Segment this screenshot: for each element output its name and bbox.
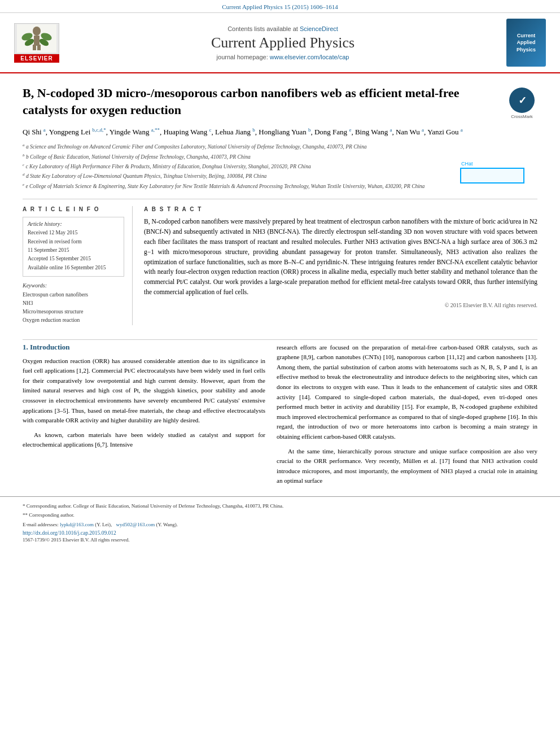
article-title: B, N-codoped 3D micro-/mesoporous carbon… (23, 85, 498, 118)
elsevier-logo: ELSEVIER (11, 23, 62, 63)
email-2-owner: (Y. Wang). (156, 522, 178, 527)
elsevier-wordmark: ELSEVIER (14, 54, 59, 63)
article-title-section: B, N-codoped 3D micro-/mesoporous carbon… (23, 85, 537, 119)
email-label: E-mail addresses: (23, 522, 59, 527)
article-content: B, N-codoped 3D micro-/mesoporous carbon… (0, 73, 560, 337)
footer-note-1: * Corresponding author. College of Basic… (23, 503, 537, 510)
affiliation-a: a a Science and Technology on Advanced C… (23, 143, 537, 151)
page: Current Applied Physics 15 (2015) 1606–1… (0, 0, 560, 747)
keyword-2: NH3 (23, 299, 124, 308)
svg-rect-5 (33, 45, 36, 50)
history-label: Article history: (28, 221, 119, 227)
keywords-list: Electrospun carbon nanofibers NH3 Micro/… (23, 291, 124, 325)
homepage-link[interactable]: www.elsevier.com/locate/cap (270, 54, 349, 60)
intro-paragraph-1: Oxygen reduction reaction (ORR) has arou… (23, 356, 265, 426)
keywords-label: Keywords: (23, 282, 124, 289)
journal-citation-bar: Current Applied Physics 15 (2015) 1606–1… (0, 0, 560, 13)
received-revised-label: Received in revised form (28, 238, 119, 246)
elsevier-tree-image (14, 23, 59, 54)
cap-logo-right: Current Applied Physics (504, 19, 549, 67)
issn-text: 1567-1739/© 2015 Elsevier B.V. All right… (23, 537, 537, 543)
authors-line: Qi Shi a, Yongpeng Lei b,c,d,*, Yingde W… (23, 126, 537, 138)
introduction-heading: 1. Introduction (23, 343, 265, 352)
article-info-label: A R T I C L E I N F O (23, 206, 124, 212)
affiliation-d: d d State Key Laboratory of Low-Dimensio… (23, 172, 537, 180)
intro-paragraph-3: research efforts are focused on the prep… (277, 343, 537, 442)
abstract-text: B, N-codoped carbon nanofibers were mass… (144, 217, 537, 298)
article-info-abstract-section: A R T I C L E I N F O Article history: R… (23, 199, 537, 325)
cap-logo-line1: Current (517, 33, 536, 38)
body-left-column: 1. Introduction Oxygen reduction reactio… (23, 343, 265, 491)
crossmark-logo: ✓ CrossMark (506, 88, 537, 119)
keyword-4: Oxygen reduction reaction (23, 316, 124, 325)
svg-rect-6 (37, 45, 41, 50)
affiliation-b: b b College of Basic Education, National… (23, 153, 537, 161)
copyright-line: © 2015 Elsevier B.V. All rights reserved… (144, 302, 537, 308)
cap-logo-image: Current Applied Physics (506, 19, 546, 67)
article-history-box: Article history: Received 12 May 2015 Re… (23, 217, 124, 276)
footer-area: * Corresponding author. College of Basic… (0, 496, 560, 549)
cap-logo-line3: Physics (517, 47, 536, 53)
abstract-paragraph: B, N-codoped carbon nanofibers were mass… (144, 217, 537, 298)
abstract-column: A B S T R A C T B, N-codoped carbon nano… (144, 206, 537, 325)
body-right-column: research efforts are focused on the prep… (277, 343, 537, 491)
section-divider (23, 339, 537, 340)
email-link-2[interactable]: wyd502@163.com (116, 522, 155, 527)
introduction-text-left: Oxygen reduction reaction (ORR) has arou… (23, 356, 265, 450)
revised-date: 11 September 2015 (28, 247, 119, 254)
affiliation-c: c c Key Laboratory of High Performance F… (23, 163, 537, 171)
body-section: 1. Introduction Oxygen reduction reactio… (0, 343, 560, 491)
email-link-1[interactable]: lypkd@163.com (60, 522, 94, 527)
footer-email-line: E-mail addresses: lypkd@163.com (Y. Lei)… (23, 521, 537, 529)
introduction-text-right: research efforts are focused on the prep… (277, 343, 537, 486)
svg-point-1 (33, 27, 41, 36)
article-info-column: A R T I C L E I N F O Article history: R… (23, 206, 133, 325)
homepage-line: journal homepage: www.elsevier.com/locat… (68, 54, 498, 60)
abstract-label: A B S T R A C T (144, 206, 537, 212)
keyword-3: Micro/mesoporous structure (23, 308, 124, 316)
available-online-date: Available online 16 September 2015 (28, 264, 119, 272)
crossmark-badge: ✓ (509, 88, 535, 113)
sciencedirect-link[interactable]: ScienceDirect (300, 25, 338, 32)
journal-center-info: Contents lists available at ScienceDirec… (68, 25, 498, 60)
journal-title: Current Applied Physics (68, 34, 498, 51)
svg-rect-4 (34, 36, 40, 46)
journal-header: ELSEVIER Contents lists available at Sci… (0, 13, 560, 73)
intro-paragraph-4: At the same time, hierarchically porous … (277, 447, 537, 486)
svg-text:✓: ✓ (518, 95, 526, 106)
email-1-owner: (Y. Lei), (95, 522, 112, 527)
crossmark-label: CrossMark (511, 114, 533, 119)
received-date: Received 12 May 2015 (28, 229, 119, 237)
footer-note-2: ** Corresponding author. (23, 512, 537, 519)
intro-paragraph-2: As known, carbon materials have been wid… (23, 430, 265, 450)
keyword-1: Electrospun carbon nanofibers (23, 291, 124, 299)
cap-logo-line2: Applied (517, 40, 536, 45)
journal-citation-text: Current Applied Physics 15 (2015) 1606–1… (222, 3, 338, 10)
affiliation-e: e e College of Materials Science & Engin… (23, 182, 537, 190)
doi-link[interactable]: http://dx.doi.org/10.1016/j.cap.2015.09.… (23, 530, 537, 536)
accepted-date: Accepted 15 September 2015 (28, 255, 119, 263)
contents-available-text: Contents lists available at ScienceDirec… (68, 25, 498, 32)
